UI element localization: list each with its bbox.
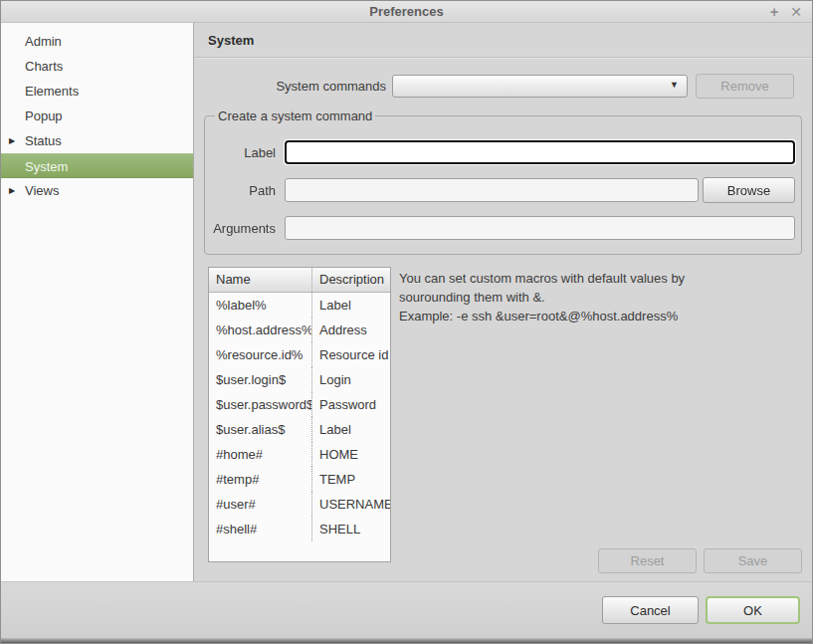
sidebar-item-label: Views	[25, 183, 59, 198]
macro-help-line: You can set custom macros with default v…	[399, 269, 685, 288]
sidebar-item-status[interactable]: ▶Status	[1, 128, 193, 153]
sidebar-item-label: System	[25, 159, 68, 174]
macro-name-cell: %label%	[209, 293, 312, 318]
label-field-label: Label	[213, 145, 285, 160]
sidebar-item-admin[interactable]: Admin	[1, 29, 193, 54]
macro-name-cell: %host.address%	[209, 318, 312, 342]
macro-description-cell: Label	[312, 417, 390, 442]
macro-description-cell: HOME	[312, 442, 390, 467]
cancel-button[interactable]: Cancel	[602, 596, 699, 624]
window-title: Preferences	[1, 4, 812, 19]
sidebar-item-system[interactable]: System	[1, 153, 193, 178]
path-field-label: Path	[213, 183, 285, 198]
sidebar-nav: AdminChartsElementsPopup▶StatusSystem▶Vi…	[1, 23, 194, 581]
save-button[interactable]: Save	[704, 548, 802, 573]
macro-description-cell: Address	[312, 318, 390, 342]
system-commands-label: System commands	[194, 79, 392, 94]
create-command-legend: Create a system command	[215, 108, 375, 123]
macro-description-cell: TEMP	[312, 467, 390, 492]
macro-description-cell: SHELL	[312, 517, 390, 541]
macro-help-line: Example: -e ssh &user=root&@%host.addres…	[399, 307, 685, 325]
table-row[interactable]: #temp#TEMP	[209, 467, 390, 492]
sidebar-item-label: Popup	[25, 108, 63, 123]
table-row[interactable]: #user#USERNAME	[209, 492, 390, 517]
macro-name-cell: $user.password$	[209, 392, 312, 417]
macro-name-cell: #home#	[209, 442, 312, 467]
sidebar-item-label: Charts	[25, 59, 63, 74]
table-row[interactable]: #home#HOME	[209, 442, 390, 467]
expander-arrow-icon[interactable]: ▶	[9, 128, 15, 153]
label-field[interactable]	[285, 140, 795, 164]
path-field[interactable]	[285, 178, 699, 202]
system-commands-select[interactable]: ▼	[392, 75, 688, 98]
page-title: System	[208, 33, 812, 48]
macro-description-cell: Resource id	[312, 342, 390, 367]
maximize-icon[interactable]: +	[770, 3, 778, 21]
window-bottom-edge	[1, 638, 812, 643]
macro-description-cell: Login	[312, 367, 390, 392]
reset-button[interactable]: Reset	[598, 548, 697, 573]
sidebar-item-popup[interactable]: Popup	[1, 104, 193, 128]
table-row[interactable]: %label%Label	[209, 293, 390, 318]
preferences-window: Preferences + ✕ AdminChartsElementsPopup…	[0, 0, 813, 644]
macro-help-text: You can set custom macros with default v…	[399, 267, 685, 548]
heading-separator	[194, 57, 812, 59]
macro-description-cell: Label	[312, 293, 390, 318]
table-row[interactable]: %resource.id%Resource id	[209, 342, 390, 367]
sidebar-item-label: Admin	[25, 34, 62, 49]
sidebar-item-elements[interactable]: Elements	[1, 79, 193, 104]
macro-name-cell: #user#	[209, 492, 312, 517]
titlebar[interactable]: Preferences + ✕	[1, 1, 812, 23]
macro-description-cell: Password	[312, 392, 390, 417]
main-content: System System commands ▼ Remove Create a…	[194, 23, 812, 581]
column-header-description[interactable]: Description	[312, 268, 390, 293]
macro-description-cell: USERNAME	[312, 492, 390, 517]
macro-name-cell: #shell#	[209, 517, 312, 541]
macro-name-cell: #temp#	[209, 467, 312, 492]
macros-table[interactable]: Name Description %label%Label%host.addre…	[208, 267, 391, 562]
macro-name-cell: $user.alias$	[209, 417, 312, 442]
macros-table-body: %label%Label%host.address%Address%resour…	[209, 293, 390, 541]
table-row[interactable]: #shell#SHELL	[209, 517, 390, 541]
macro-help-line: sourounding them with &.	[399, 288, 685, 307]
macro-name-cell: $user.login$	[209, 367, 312, 392]
arguments-field-label: Arguments	[213, 221, 285, 236]
sidebar-item-label: Elements	[25, 84, 79, 99]
table-row[interactable]: $user.password$Password	[209, 392, 390, 417]
sidebar-item-views[interactable]: ▶Views	[1, 178, 193, 203]
sidebar-item-charts[interactable]: Charts	[1, 54, 193, 79]
browse-button[interactable]: Browse	[703, 177, 795, 203]
remove-button[interactable]: Remove	[696, 74, 794, 99]
ok-button[interactable]: OK	[706, 596, 800, 624]
macro-name-cell: %resource.id%	[209, 342, 312, 367]
table-row[interactable]: $user.login$Login	[209, 367, 390, 392]
dialog-button-bar: Cancel OK	[1, 581, 812, 638]
column-header-name[interactable]: Name	[209, 268, 312, 293]
sidebar-item-label: Status	[25, 133, 62, 148]
close-icon[interactable]: ✕	[790, 3, 802, 21]
table-row[interactable]: %host.address%Address	[209, 318, 390, 342]
table-row[interactable]: $user.alias$Label	[209, 417, 390, 442]
macros-table-header: Name Description	[209, 268, 390, 293]
create-command-fieldset: Create a system command Label Path Brows…	[204, 108, 802, 255]
chevron-down-icon: ▼	[670, 80, 679, 90]
expander-arrow-icon[interactable]: ▶	[9, 178, 15, 203]
arguments-field[interactable]	[285, 216, 795, 240]
